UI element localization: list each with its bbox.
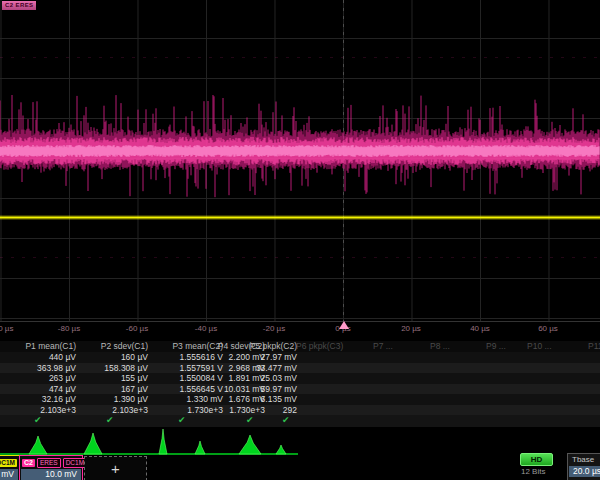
axis-tick-label: -20 µs: [263, 324, 285, 333]
status-check-icon: ✔: [106, 415, 114, 426]
table-row: 32.16 µV1.390 µV1.330 mV1.676 mV6.135 mV: [0, 394, 600, 405]
param-header-inactive[interactable]: P9 ...: [486, 341, 506, 352]
histogram-peak: [84, 433, 102, 454]
status-check-icon: ✔: [282, 415, 290, 426]
oscilloscope-screen: C2 ERES -100 µs-80 µs-60 µs-40 µs-20 µs0…: [0, 0, 600, 480]
measurement-value: 6.135 mV: [239, 394, 297, 405]
param-header-inactive[interactable]: P10 ...: [527, 341, 552, 352]
param-header-inactive[interactable]: P8 ...: [430, 341, 450, 352]
measurement-value: 263 µV: [4, 373, 76, 384]
measurement-value: 158.308 µV: [78, 363, 148, 374]
axis-tick-label: 40 µs: [470, 324, 490, 333]
measurement-value: 33.477 mV: [239, 363, 297, 374]
table-row: 263 µV155 µV1.550084 V1.891 mV25.03 mV: [0, 373, 600, 384]
histogram-trace: [0, 429, 298, 454]
c2-eres-tag: ERES: [37, 458, 61, 468]
histogram-peak: [276, 445, 286, 454]
histogram-peak: [29, 436, 47, 454]
table-row: 440 µV160 µV1.555616 V2.200 mV27.97 mV: [0, 352, 600, 363]
measurement-value: 363.98 µV: [4, 363, 76, 374]
status-check-icon: ✔: [178, 415, 186, 426]
measurement-value: 167 µV: [78, 384, 148, 395]
status-check-icon: ✔: [246, 415, 254, 426]
measurement-value: 160 µV: [78, 352, 148, 363]
c1-scale-value: 10.0 mV: [0, 469, 18, 480]
measurement-value: 2.103e+3: [78, 405, 148, 416]
axis-tick-label: 20 µs: [401, 324, 421, 333]
timebase-label: Tbase: [568, 454, 600, 465]
axis-tick-label: 60 µs: [538, 324, 558, 333]
measurement-value: 474 µV: [4, 384, 76, 395]
histogram-peak: [195, 441, 205, 454]
measurement-value: 25.03 mV: [239, 373, 297, 384]
measurement-value: 32.16 µV: [4, 394, 76, 405]
c1-coupling-tag: DC1M: [0, 459, 17, 467]
timebase-descriptor[interactable]: Tbase 20.0 µs: [567, 453, 600, 480]
timebase-value: 20.0 µs: [569, 466, 600, 477]
table-row: P1 mean(C1)P2 sdev(C1)P3 mean(C2)P4 sdev…: [0, 341, 600, 352]
table-row: 2.103e+32.103e+31.730e+31.730e+3292: [0, 405, 600, 416]
status-check-icon: ✔: [34, 415, 42, 426]
add-trace-button[interactable]: +: [84, 456, 147, 480]
measurement-value: 440 µV: [4, 352, 76, 363]
measurement-value: 1.390 µV: [78, 394, 148, 405]
histogram-peak: [159, 429, 167, 454]
hd-mode-badge[interactable]: HD: [520, 453, 553, 466]
param-header-2[interactable]: P2 sdev(C1): [78, 341, 148, 352]
measurement-value: 59.97 mV: [239, 384, 297, 395]
measurement-value: 27.97 mV: [239, 352, 297, 363]
axis-tick-label: -80 µs: [58, 324, 80, 333]
measurement-table: P1 mean(C1)P2 sdev(C1)P3 mean(C2)P4 sdev…: [0, 339, 600, 425]
param-header-5[interactable]: P5 pkpk(C2): [239, 341, 297, 352]
channel-descriptor-c1[interactable]: DC1M 10.0 mV: [0, 455, 20, 480]
channel-descriptor-c2[interactable]: C2 ERES DC1M 10.0 mV: [19, 455, 83, 480]
measurement-value: 2.103e+3: [4, 405, 76, 416]
table-row: 363.98 µV158.308 µV1.557591 V2.968 mV33.…: [0, 363, 600, 374]
trigger-position-marker[interactable]: [339, 321, 349, 329]
c2-channel-badge: C2: [22, 459, 35, 467]
time-axis: -100 µs-80 µs-60 µs-40 µs-20 µs0 µs20 µs…: [0, 321, 600, 338]
axis-tick-label: -60 µs: [126, 324, 148, 333]
measurement-value: 155 µV: [78, 373, 148, 384]
axis-tick-label: -100 µs: [0, 324, 13, 333]
axis-tick-label: -40 µs: [195, 324, 217, 333]
table-row: 474 µV167 µV1.556645 V10.031 mV59.97 mV: [0, 384, 600, 395]
param-header-inactive[interactable]: P11: [588, 341, 600, 352]
c2-noise-core: [0, 145, 599, 157]
histogram-peak: [239, 435, 261, 454]
param-header-inactive[interactable]: P7 ...: [373, 341, 393, 352]
measurement-value: 292: [239, 405, 297, 416]
hd-bits-label: 12 Bits: [521, 467, 545, 476]
table-row: ✔✔✔✔✔: [0, 415, 600, 427]
param-header-1[interactable]: P1 mean(C1): [4, 341, 76, 352]
param-header-inactive[interactable]: P6 pkpk(C3): [296, 341, 343, 352]
c1-trace: [0, 217, 600, 219]
c2-scale-value: 10.0 mV: [21, 469, 81, 480]
